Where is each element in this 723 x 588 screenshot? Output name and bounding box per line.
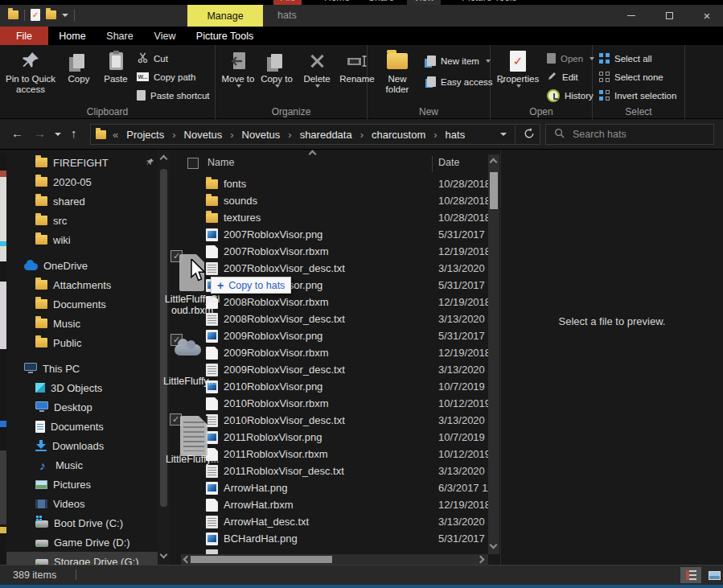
- pin-to-quick-access-button[interactable]: Pin to Quick access: [3, 48, 58, 95]
- sidebar-item[interactable]: src: [6, 211, 164, 230]
- select-all-checkbox[interactable]: [187, 158, 199, 169]
- invert-selection-button[interactable]: Invert selection: [599, 87, 676, 104]
- sidebar-item[interactable]: FIREFIGHT: [6, 153, 164, 172]
- details-view-button[interactable]: [680, 567, 701, 583]
- horizontal-scroll-thumb[interactable]: [191, 556, 332, 563]
- address-dropdown-caret-icon[interactable]: [500, 133, 507, 136]
- breadcrumb-label[interactable]: Projects: [123, 127, 167, 142]
- file-list-vertical-scrollbar[interactable]: [488, 154, 499, 554]
- sidebar-item[interactable]: 3D Objects: [6, 378, 164, 397]
- file-row[interactable]: 2011RobloxVisor_desc.txt 3/13/2020 8: [181, 463, 500, 479]
- column-divider[interactable]: [432, 156, 433, 172]
- refresh-icon[interactable]: [524, 128, 535, 142]
- file-row[interactable]: 2009RobloxVisor_desc.txt 3/13/2020 8: [181, 361, 500, 378]
- file-row[interactable]: [181, 547, 500, 554]
- scroll-down-icon[interactable]: [160, 551, 168, 559]
- sidebar-item[interactable]: OneDrive: [6, 256, 164, 275]
- scroll-up-icon[interactable]: [160, 155, 168, 163]
- open-button[interactable]: Open: [547, 50, 594, 67]
- back-arrow-icon[interactable]: ←: [11, 126, 23, 140]
- breadcrumb-item[interactable]: charcustom ›: [368, 127, 442, 142]
- file-row[interactable]: ArrowHat.rbxm 12/19/2018: [181, 496, 500, 513]
- sidebar-item[interactable]: shared: [6, 191, 164, 211]
- file-row[interactable]: ArrowHat_desc.txt 3/13/2020 8: [181, 513, 500, 530]
- sidebar-item[interactable]: This PC: [6, 359, 164, 378]
- column-header-name[interactable]: Name: [207, 157, 234, 168]
- close-button[interactable]: ×: [688, 5, 723, 27]
- sidebar-item[interactable]: Game Drive (D:): [6, 532, 164, 552]
- sidebar-item[interactable]: Storage Drive (G:): [6, 552, 164, 565]
- minimize-button[interactable]: [613, 5, 650, 27]
- file-row[interactable]: 2010RobloxVisor.rbxm 10/12/2019: [181, 395, 500, 412]
- new-item-button[interactable]: New item: [427, 52, 491, 69]
- file-row[interactable]: fonts 10/28/2018: [181, 175, 500, 192]
- file-row[interactable]: BCHardHat.png 5/31/2017 7: [181, 530, 500, 547]
- breadcrumb-item[interactable]: Projects ›: [123, 127, 180, 142]
- scroll-left-icon[interactable]: [183, 556, 191, 564]
- sidebar-item[interactable]: Attachments: [6, 275, 164, 294]
- file-row[interactable]: 2007RobloxVisor.png 5/31/2017 7: [181, 226, 500, 243]
- tab-view[interactable]: View: [143, 27, 187, 45]
- copy-button[interactable]: Copy: [61, 48, 97, 84]
- file-row[interactable]: 2011RobloxVisor.png 10/7/2019 3: [181, 429, 500, 446]
- copy-path-button[interactable]: W... Copy path: [137, 68, 195, 85]
- breadcrumb-item[interactable]: shareddata ›: [297, 127, 368, 142]
- file-row[interactable]: sounds 10/28/2018: [181, 192, 500, 209]
- breadcrumb-label[interactable]: shareddata: [297, 127, 355, 142]
- sidebar-item[interactable]: Music: [6, 314, 164, 333]
- new-folder-button[interactable]: New folder: [376, 48, 419, 95]
- breadcrumb-item[interactable]: Novetus ›: [181, 127, 239, 142]
- cut-button[interactable]: Cut: [137, 50, 168, 67]
- file-row[interactable]: 2007RobloxVisor.rbxm 12/19/2018: [181, 243, 500, 260]
- qat-folder-icon[interactable]: [8, 10, 18, 19]
- sidebar-scrollbar[interactable]: [158, 150, 170, 565]
- sidebar-item[interactable]: Desktop: [6, 397, 164, 417]
- file-row[interactable]: 2007RobloxVisor_desc.txt 3/13/2020 8: [181, 260, 500, 277]
- sidebar-item[interactable]: Music: [6, 455, 164, 475]
- file-row[interactable]: 2008RobloxVisor_desc.txt 3/13/2020 8: [181, 310, 500, 327]
- file-row[interactable]: 2009RobloxVisor.png 5/31/2017 7: [181, 327, 500, 344]
- sidebar-item[interactable]: wiki: [6, 230, 164, 249]
- sidebar-item[interactable]: Documents: [6, 294, 164, 314]
- paste-shortcut-button[interactable]: Paste shortcut: [137, 87, 210, 104]
- qat-dropdown-caret-icon[interactable]: [62, 14, 68, 17]
- column-header-date[interactable]: Date: [438, 157, 459, 168]
- paste-button[interactable]: Paste: [98, 48, 134, 84]
- scroll-down-icon[interactable]: [490, 541, 498, 549]
- file-row[interactable]: 2010RobloxVisor_desc.txt 3/13/2020 8: [181, 412, 500, 429]
- tab-share[interactable]: Share: [97, 27, 143, 45]
- copy-to-button[interactable]: Copy to: [259, 48, 294, 88]
- qat-new-folder-icon[interactable]: [46, 10, 56, 19]
- scroll-up-icon[interactable]: [490, 158, 498, 167]
- sidebar-item[interactable]: Downloads: [6, 436, 164, 455]
- tab-file[interactable]: File: [0, 27, 48, 45]
- file-list-horizontal-scrollbar[interactable]: [181, 554, 488, 565]
- sidebar-item[interactable]: Videos: [6, 494, 164, 513]
- breadcrumb-item[interactable]: hats ›: [442, 127, 469, 142]
- file-row[interactable]: 2011RobloxVisor.rbxm 10/12/2019: [181, 446, 500, 463]
- sidebar-item[interactable]: Boot Drive (C:): [6, 513, 164, 532]
- file-row[interactable]: ArrowHat.png 6/3/2017 11: [181, 479, 500, 496]
- breadcrumb[interactable]: « Projects › Novetus › Novetus ›: [90, 124, 540, 145]
- sidebar-item[interactable]: Documents: [6, 417, 164, 436]
- file-row[interactable]: 2008RobloxVisor.rbxm 12/19/2018: [181, 294, 500, 310]
- select-all-button[interactable]: Select all: [599, 50, 652, 67]
- collapsed-crumbs-icon[interactable]: «: [113, 129, 118, 141]
- move-to-button[interactable]: Move to: [220, 48, 256, 88]
- history-button[interactable]: History: [547, 87, 594, 104]
- vertical-scroll-thumb[interactable]: [490, 172, 498, 209]
- breadcrumb-label[interactable]: charcustom: [368, 127, 429, 142]
- forward-arrow-icon[interactable]: →: [34, 126, 46, 140]
- breadcrumb-item[interactable]: Novetus ›: [239, 127, 297, 142]
- file-row[interactable]: 2009RobloxVisor.rbxm 12/19/2018: [181, 344, 500, 361]
- file-row[interactable]: textures 10/28/2018: [181, 209, 500, 226]
- delete-button[interactable]: Delete: [299, 48, 335, 88]
- maximize-button[interactable]: [651, 5, 688, 27]
- tab-home[interactable]: Home: [48, 27, 97, 45]
- breadcrumb-label[interactable]: Novetus: [181, 127, 226, 142]
- thumbnail-view-button[interactable]: [704, 567, 723, 583]
- properties-button[interactable]: ✓ Properties: [494, 48, 542, 88]
- file-row[interactable]: 2010RobloxVisor.png 10/7/2019 3: [181, 378, 500, 395]
- up-arrow-icon[interactable]: ↑: [71, 126, 77, 140]
- recent-locations-caret-icon[interactable]: [55, 133, 61, 136]
